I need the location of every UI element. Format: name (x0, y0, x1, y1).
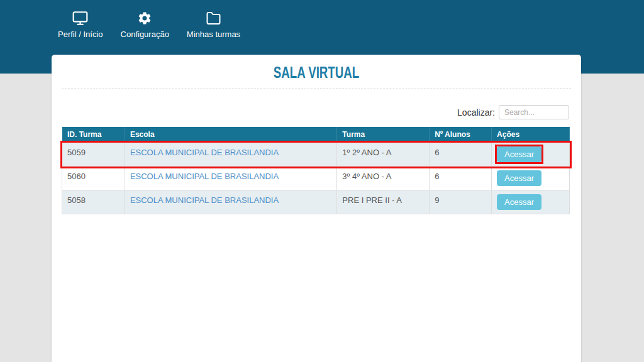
acessar-button[interactable]: Acessar (497, 170, 541, 186)
cell-acoes: Acessar (492, 167, 570, 190)
table-row-5060: 5060 ESCOLA MUNICIPAL DE BRASILANDIA 3º … (62, 167, 570, 190)
search-label: Localizar: (457, 107, 495, 118)
acessar-button[interactable]: Acessar (497, 146, 541, 162)
column-header-escola: Escola (125, 127, 336, 143)
column-header-alunos: Nº Alunos (430, 127, 492, 143)
page: Perfil / Início Configuração Minhas turm… (0, 0, 644, 362)
school-link[interactable]: ESCOLA MUNICIPAL DE BRASILANDIA (130, 195, 279, 205)
cell-acoes: Acessar (492, 143, 570, 167)
table-header-row: ID. Turma Escola Turma Nº Alunos Ações (62, 127, 570, 143)
school-link[interactable]: ESCOLA MUNICIPAL DE BRASILANDIA (130, 172, 279, 181)
acessar-button-highlight-box: Acessar (495, 145, 543, 164)
nav-item-minhas-turmas[interactable]: Minhas turmas (182, 10, 245, 39)
nav-item-label: Minhas turmas (187, 30, 240, 39)
folder-icon (206, 10, 221, 26)
cell-id-turma: 5059 (62, 143, 125, 167)
turmas-table: ID. Turma Escola Turma Nº Alunos Ações 5… (62, 126, 570, 214)
school-link[interactable]: ESCOLA MUNICIPAL DE BRASILANDIA (130, 148, 279, 157)
nav-item-label: Configuração (121, 30, 169, 39)
cell-turma: 3º 4º ANO - A (337, 167, 430, 190)
cell-escola: ESCOLA MUNICIPAL DE BRASILANDIA (125, 190, 336, 214)
column-header-id-turma: ID. Turma (62, 127, 125, 143)
acessar-button[interactable]: Acessar (497, 194, 541, 210)
table-row-5058: 5058 ESCOLA MUNICIPAL DE BRASILANDIA PRE… (62, 190, 570, 214)
search-input[interactable] (499, 105, 569, 119)
column-header-acoes: Ações (492, 127, 570, 143)
cell-alunos: 9 (430, 190, 492, 214)
table-row-5059: 5059 ESCOLA MUNICIPAL DE BRASILANDIA 1º … (62, 143, 570, 167)
gear-icon (137, 10, 152, 26)
cell-escola: ESCOLA MUNICIPAL DE BRASILANDIA (125, 167, 336, 190)
main-nav: Perfil / Início Configuração Minhas turm… (0, 0, 644, 39)
nav-item-configuracao[interactable]: Configuração (116, 10, 174, 39)
cell-id-turma: 5058 (62, 190, 125, 214)
page-title: SALA VIRTUAL (126, 55, 507, 88)
monitor-icon (72, 10, 89, 26)
nav-item-label: Perfil / Início (58, 30, 103, 39)
cell-alunos: 6 (430, 143, 492, 167)
cell-escola: ESCOLA MUNICIPAL DE BRASILANDIA (125, 143, 336, 167)
cell-turma: 1º 2º ANO - A (337, 143, 430, 167)
content-card: SALA VIRTUAL Localizar: ID. Turma Escola… (52, 55, 581, 362)
cell-turma: PRE I PRE II - A (337, 190, 430, 214)
cell-acoes: Acessar (492, 190, 570, 214)
cell-alunos: 6 (430, 167, 492, 190)
column-header-turma: Turma (337, 127, 430, 143)
search-row: Localizar: (52, 89, 581, 126)
nav-item-perfil-inicio[interactable]: Perfil / Início (53, 10, 108, 39)
cell-id-turma: 5060 (62, 167, 125, 190)
